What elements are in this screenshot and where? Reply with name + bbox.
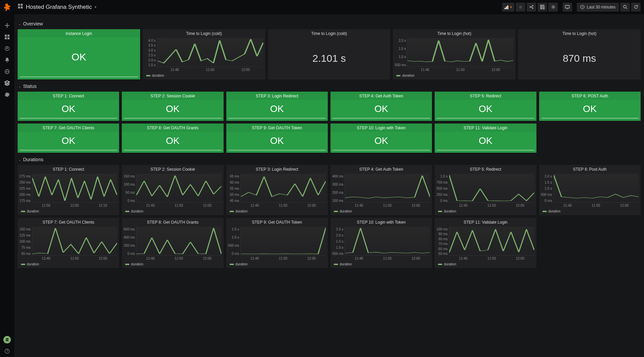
panel-title: STEP 3: Login Redirect	[226, 92, 328, 100]
save-button[interactable]	[537, 3, 547, 12]
refresh-button[interactable]	[631, 3, 641, 12]
legend: duration	[143, 72, 265, 79]
topbar: Hosted Grafana Synthetic ▾ + ☆ Last 30 m…	[14, 0, 644, 14]
svg-point-26	[623, 5, 626, 8]
status-panel[interactable]: STEP 1: Connect OK	[18, 92, 119, 121]
svg-rect-2	[5, 37, 7, 39]
stack-icon[interactable]	[0, 77, 14, 89]
panel-title: STEP 4: Get Auth Token	[330, 92, 432, 100]
status-bar	[333, 118, 430, 119]
status-bar	[541, 118, 639, 119]
chart-panel[interactable]: STEP 9: Get OAUTH Token 1.5 s1.0 s500 ms…	[226, 218, 328, 268]
status-panel[interactable]: STEP 9: Get OAUTH Token OK	[226, 124, 328, 153]
status-value: OK	[539, 100, 641, 118]
plot-area	[407, 38, 513, 67]
legend-swatch	[334, 211, 338, 212]
chart-panel[interactable]: Time to Login (cold) 4.0 s3.5 s3.0 s2.5 …	[143, 29, 265, 79]
chart-panel[interactable]: STEP 4: Get Auth Token 400 ms300 ms200 m…	[330, 165, 432, 215]
panel-title: STEP 5: Redirect	[435, 165, 536, 173]
singlestat-panel[interactable]: Time to Login (hot) 870 ms	[518, 29, 641, 79]
panel-title: STEP 7: Get OAUTH Clients	[18, 124, 119, 132]
status-panel[interactable]: STEP 11: Validate Login OK	[435, 124, 536, 153]
status-panel[interactable]: Instance Login OK	[18, 29, 140, 79]
configuration-icon[interactable]	[0, 89, 14, 100]
panel-title: STEP 6: Post Auth	[539, 165, 641, 173]
explore-icon[interactable]	[0, 43, 14, 54]
legend-swatch	[21, 211, 25, 212]
panel-title: STEP 6: POST Auth	[539, 92, 641, 100]
chart-panel[interactable]: STEP 11: Validate Login 100 ms90 ms80 ms…	[435, 218, 536, 268]
legend-swatch	[230, 264, 234, 265]
panel-title: STEP 2: Session Cookie	[122, 165, 223, 173]
legend: duration	[393, 72, 515, 79]
status-panel[interactable]: STEP 3: Login Redirect OK	[226, 92, 328, 121]
add-panel-button[interactable]: +	[502, 3, 514, 12]
chart-panel[interactable]: STEP 10: Login with Token 2.5 s2.0 s1.5 …	[330, 218, 432, 268]
status-value: OK	[435, 100, 536, 118]
section-header-status[interactable]: ⌄ Status	[18, 81, 641, 90]
sidebar: ?	[0, 0, 14, 275]
alerting-icon[interactable]	[0, 54, 14, 66]
y-axis: 4.0 s3.5 s3.0 s2.5 s2.0 s1.5 s	[144, 38, 157, 72]
status-bar	[20, 76, 138, 77]
chart-panel[interactable]: Time to Login (hot) 2.0 s1.5 s1.0 s500 m…	[393, 29, 515, 79]
svg-rect-1	[7, 35, 10, 37]
view-mode-button[interactable]	[563, 3, 572, 12]
panel-title: STEP 9: Get OAUTH Token	[226, 124, 328, 132]
panel-title: STEP 10: Login with Token	[330, 124, 432, 132]
x-axis: 11:4011:5012:00	[136, 203, 221, 207]
status-panel[interactable]: STEP 5: Redirect OK	[435, 92, 536, 121]
dashboards-icon[interactable]	[0, 31, 14, 43]
chart-panel[interactable]: STEP 5: Redirect 1.0 s750 ms500 ms250 ms…	[435, 165, 536, 215]
chart-panel[interactable]: STEP 7: Get OAUTH Clients 150 ms125 ms10…	[18, 218, 119, 268]
dashboard-title[interactable]: Hosted Grafana Synthetic ▾	[18, 3, 96, 11]
zoom-button[interactable]	[620, 3, 630, 12]
status-panel[interactable]: STEP 8: Get OAUTH Grants OK	[122, 124, 223, 153]
x-axis: 11:5012:0012:10	[32, 203, 117, 207]
svg-rect-3	[7, 37, 10, 39]
chevron-down-icon: ⌄	[18, 158, 21, 162]
status-panel[interactable]: STEP 2: Session Cookie OK	[122, 92, 223, 121]
globe-icon[interactable]	[0, 66, 14, 77]
chart-panel[interactable]: STEP 1: Connect 275 ms250 ms225 ms200 ms…	[18, 165, 119, 215]
clock-icon	[580, 5, 585, 9]
share-button[interactable]	[527, 3, 536, 12]
star-button[interactable]: ☆	[516, 3, 525, 12]
status-bar	[437, 118, 534, 119]
panel-title: STEP 11: Validate Login	[435, 124, 536, 132]
grafana-logo-icon[interactable]	[2, 3, 12, 12]
svg-rect-16	[505, 8, 506, 9]
legend: duration	[330, 208, 432, 215]
panel-title: STEP 2: Session Cookie	[122, 92, 223, 100]
plot-area	[449, 174, 534, 203]
section-durations: ⌄ Durations STEP 1: Connect 275 ms250 ms…	[18, 155, 641, 268]
status-value: OK	[122, 100, 223, 118]
legend: duration	[435, 261, 536, 268]
singlestat-panel[interactable]: Time to Login (cold) 2.101 s	[268, 29, 391, 79]
chart-panel[interactable]: STEP 8: Get OAUTH Grants 600 ms400 ms200…	[122, 218, 223, 268]
chart-panel[interactable]: STEP 2: Session Cookie 150 ms100 ms50 ms…	[122, 165, 223, 215]
x-axis: 11:4011:5012:00	[241, 256, 326, 260]
status-panel[interactable]: STEP 4: Get Auth Token OK	[330, 92, 432, 121]
svg-point-20	[532, 5, 533, 6]
create-icon[interactable]	[0, 20, 14, 31]
section-header-durations[interactable]: ⌄ Durations	[18, 155, 641, 164]
section-title: Durations	[23, 157, 43, 162]
stat-value: 870 ms	[518, 37, 641, 79]
plot-area	[345, 174, 430, 203]
section-header-overview[interactable]: ⌄ Overview	[18, 19, 641, 28]
settings-button[interactable]	[548, 3, 558, 12]
svg-point-19	[530, 6, 531, 8]
time-picker-button[interactable]: Last 30 minutes	[577, 3, 619, 12]
panel-title: Time to Login (hot)	[393, 29, 515, 37]
section-title: Status	[23, 83, 37, 89]
plot-area	[136, 227, 221, 256]
legend: duration	[226, 261, 328, 268]
chart-panel[interactable]: STEP 6: Post Auth 2.0 s1.5 s1.0 s500 ms0…	[539, 165, 641, 215]
status-panel[interactable]: STEP 10: Login with Token OK	[330, 124, 432, 153]
section-status: ⌄ Status STEP 1: Connect OK STEP 2: Sess…	[18, 81, 641, 153]
chart-panel[interactable]: STEP 3: Login Redirect 65 ms60 ms55 ms50…	[226, 165, 328, 215]
status-panel[interactable]: STEP 7: Get OAUTH Clients OK	[18, 124, 119, 153]
status-panel[interactable]: STEP 6: POST Auth OK	[539, 92, 641, 121]
legend: duration	[435, 208, 536, 215]
